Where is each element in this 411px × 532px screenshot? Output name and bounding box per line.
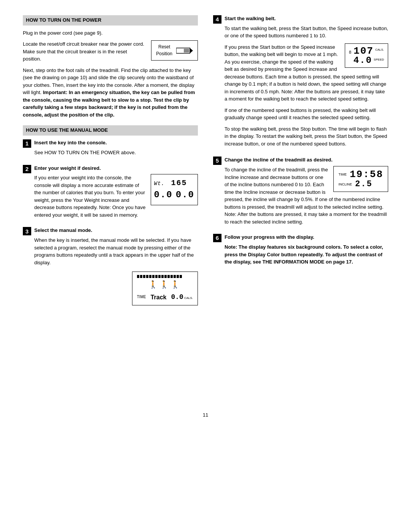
track-bar-1	[137, 275, 139, 278]
step-1-content: Insert the key into the console. See HOW…	[34, 139, 198, 160]
track-cals-label: CALS.	[184, 296, 193, 300]
step-6-title: Follow your progress with the display.	[225, 234, 388, 241]
track-bar-3	[143, 275, 145, 278]
weight-display-top: Wt. 165	[154, 177, 194, 189]
step-2-title: Enter your weight if desired.	[34, 165, 198, 172]
track-bar-13	[174, 275, 176, 278]
track-cals-value: 0.0	[171, 292, 183, 302]
incline-incline-label: INCLINE	[338, 182, 352, 187]
track-word: Track	[151, 293, 167, 302]
speed-value: 4.0	[354, 56, 372, 65]
incline-time-row: TIME 19:58	[338, 169, 383, 179]
turn-on-para1: Plug in the power cord (see page 9).	[23, 29, 198, 37]
weight-display-diagram: Wt. 165 0.0 0.0	[151, 174, 198, 205]
incline-display-diagram: TIME 19:58 INCLINE 2.5	[333, 166, 388, 192]
manual-mode-section: HOW TO USE THE MANUAL MODE 1 Insert the …	[23, 125, 198, 305]
track-bar-5	[149, 275, 151, 278]
weight-display-bottom: 0.0 0.0	[154, 189, 194, 202]
track-bar-10	[164, 275, 167, 278]
step-5-title: Change the incline of the treadmill as d…	[225, 157, 388, 164]
speed-display-diagram: 8 107 CALS. 4.0 SPEED	[345, 43, 388, 68]
turn-on-section: HOW TO TURN ON THE POWER Plug in the pow…	[23, 15, 198, 118]
reset-position-diagram: Reset Position	[151, 40, 198, 61]
step-3-number: 3	[23, 227, 31, 235]
step-5-number: 5	[213, 157, 221, 165]
calories-row: 8 107 CALS.	[349, 46, 384, 56]
calories-value: 107	[354, 46, 374, 56]
manual-mode-heading: HOW TO USE THE MANUAL MODE	[23, 125, 198, 136]
step-4-para1: To start the walking belt, press the Sta…	[225, 25, 388, 40]
step-1-para1: See HOW TO TURN ON THE POWER above.	[34, 149, 198, 157]
step-4-title: Start the walking belt.	[225, 15, 388, 22]
step-6-number: 6	[213, 234, 221, 242]
step-6-para1: Note: The display features six backgroun…	[225, 243, 388, 266]
svg-rect-1	[184, 49, 189, 53]
speed-row: 4.0 SPEED	[349, 56, 384, 65]
left-column: HOW TO TURN ON THE POWER Plug in the pow…	[23, 15, 198, 400]
track-bar-14	[177, 275, 179, 278]
calories-digit-8: 8	[349, 50, 351, 56]
incline-incline-value: 2.5	[355, 180, 373, 189]
step-4-content: Start the walking belt. To start the wal…	[225, 15, 388, 151]
step-3-title: Select the manual mode.	[34, 227, 198, 234]
track-bar-15	[180, 275, 182, 278]
step-4-para4: To stop the walking belt, press the Stop…	[225, 125, 388, 148]
svg-marker-2	[190, 48, 193, 53]
track-bottom-row: TIME Track 0.0 CALS.	[137, 292, 193, 302]
track-bar-12	[170, 275, 173, 278]
incline-time-value: 19:58	[350, 169, 383, 179]
track-bars	[137, 275, 193, 278]
step-1-title: Insert the key into the console.	[34, 139, 198, 147]
step-2: 2 Enter your weight if desired. Wt. 165 …	[23, 165, 198, 223]
step-5-content: Change the incline of the treadmill as d…	[225, 157, 388, 229]
incline-incline-row: INCLINE 2.5	[338, 180, 383, 189]
step-1-number: 1	[23, 139, 31, 148]
calories-label: CALS.	[375, 48, 384, 52]
step-4-para3: If one of the numbered speed buttons is …	[225, 107, 388, 121]
track-person-icons: 🚶🚶🚶	[137, 280, 193, 291]
step-5-body: TIME 19:58 INCLINE 2.5 To change the inc…	[225, 166, 388, 229]
track-time-label: TIME	[137, 294, 146, 300]
page-number: 11	[23, 412, 388, 509]
turn-on-heading: HOW TO TURN ON THE POWER	[23, 15, 198, 26]
step-4-body: 8 107 CALS. 4.0 SPEED If you press the S…	[225, 43, 388, 107]
speed-label: SPEED	[374, 58, 384, 62]
reset-diagram-block: Reset Position Locate the reset/off circ…	[23, 40, 198, 67]
step-3: 3 Select the manual mode. When the key i…	[23, 227, 198, 305]
track-bar-9	[161, 275, 164, 278]
step-3-para1: When the key is inserted, the manual mod…	[34, 236, 198, 266]
turn-on-para3: Next, step onto the foot rails of the tr…	[23, 67, 198, 119]
step-6-content: Follow your progress with the display. N…	[225, 234, 388, 269]
reset-position-label: Reset Position	[156, 44, 172, 57]
step-5: 5 Change the incline of the treadmill as…	[213, 157, 388, 229]
incline-time-label: TIME	[338, 172, 347, 177]
track-bar-2	[140, 275, 142, 278]
step-1: 1 Insert the key into the console. See H…	[23, 139, 198, 160]
step-3-content: Select the manual mode. When the key is …	[34, 227, 198, 305]
track-bar-4	[146, 275, 148, 278]
right-column: 4 Start the walking belt. To start the w…	[213, 15, 388, 400]
track-bar-8	[158, 275, 161, 278]
track-bar-6	[152, 275, 155, 278]
track-display-diagram: 🚶🚶🚶 TIME Track 0.0 CALS.	[132, 272, 198, 305]
step-2-body: Wt. 165 0.0 0.0 If you enter your weight…	[34, 174, 198, 222]
track-bar-7	[155, 275, 158, 278]
reset-switch-icon	[176, 45, 193, 56]
step-4: 4 Start the walking belt. To start the w…	[213, 15, 388, 151]
step-2-number: 2	[23, 165, 31, 173]
track-bar-11	[167, 275, 170, 278]
step-6: 6 Follow your progress with the display.…	[213, 234, 388, 269]
step-2-content: Enter your weight if desired. Wt. 165 0.…	[34, 165, 198, 223]
step-4-number: 4	[213, 15, 221, 24]
